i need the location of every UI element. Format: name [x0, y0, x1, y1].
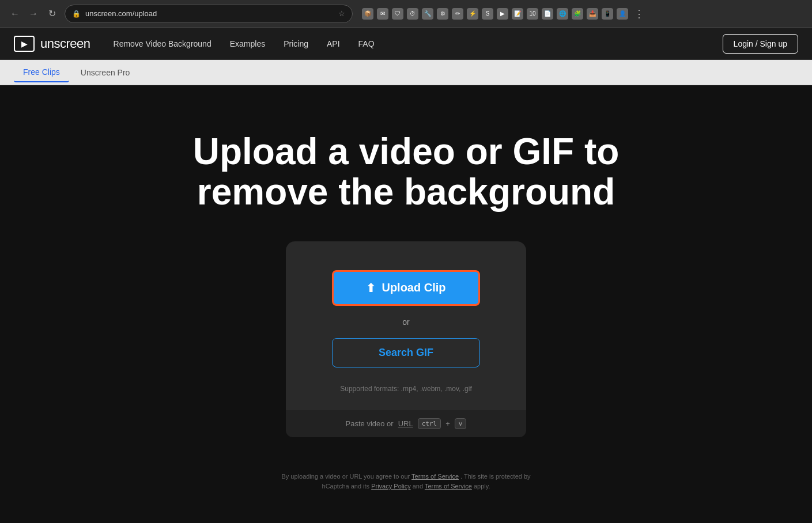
login-button[interactable]: Login / Sign up	[723, 34, 798, 54]
ext-11[interactable]: 📝	[512, 8, 523, 20]
supported-formats: Supported formats: .mp4, .webm, .mov, .g…	[340, 385, 472, 393]
ext-8[interactable]: ⚡	[467, 8, 478, 20]
terms-link-2[interactable]: Terms of Service	[425, 483, 472, 490]
footer-text: By uploading a video or URL you agree to…	[274, 472, 539, 492]
ctrl-key: ctrl	[418, 418, 441, 429]
extensions-bar: 📦 ✉ 🛡 ⏱ 🔧 ⚙ ✏ ⚡ S ▶ 📝 10 📄 🌐 🧩 📥 📱 👤 ⋮	[362, 7, 644, 20]
plus-sign: +	[445, 419, 450, 428]
bookmark-icon: ☆	[338, 9, 345, 18]
browser-menu[interactable]: ⋮	[634, 7, 644, 20]
upload-icon: ⬆	[366, 281, 376, 295]
ext-17[interactable]: 📱	[602, 8, 613, 20]
ext-9[interactable]: S	[482, 8, 493, 20]
url-text: unscreen.com/upload	[85, 9, 157, 18]
ext-6[interactable]: ⚙	[437, 8, 448, 20]
ext-2[interactable]: ✉	[377, 8, 388, 20]
privacy-link[interactable]: Privacy Policy	[371, 483, 410, 490]
nav-pricing[interactable]: Pricing	[284, 39, 308, 48]
paste-url-link[interactable]: URL	[398, 419, 413, 428]
terms-link-1[interactable]: Terms of Service	[411, 473, 459, 480]
hero-title: Upload a video or GIF to remove the back…	[187, 131, 625, 213]
play-icon: ▶	[21, 39, 28, 48]
browser-chrome: ← → ↻ 🔒 unscreen.com/upload ☆ 📦 ✉ 🛡 ⏱ 🔧 …	[0, 0, 812, 28]
ext-3[interactable]: 🛡	[392, 8, 403, 20]
ext-12[interactable]: 10	[527, 8, 538, 20]
logo-text: unscreen	[40, 36, 90, 51]
v-key: v	[455, 418, 467, 429]
upload-card: ⬆ Upload Clip or Search GIF Supported fo…	[286, 241, 527, 437]
user-avatar[interactable]: 👤	[617, 8, 628, 20]
footer-text-4: apply.	[474, 483, 490, 490]
footer-text-1: By uploading a video or URL you agree to…	[281, 473, 411, 480]
ext-13[interactable]: 📄	[542, 8, 553, 20]
ext-16[interactable]: 📥	[587, 8, 598, 20]
nav-api[interactable]: API	[327, 39, 340, 48]
site-nav: ▶ unscreen Remove Video Background Examp…	[0, 28, 812, 60]
forward-button[interactable]: →	[25, 6, 41, 22]
address-bar[interactable]: 🔒 unscreen.com/upload ☆	[65, 5, 353, 23]
ext-14[interactable]: 🌐	[557, 8, 568, 20]
upload-btn-label: Upload Clip	[382, 281, 445, 294]
tab-free-clips[interactable]: Free Clips	[14, 63, 69, 82]
lock-icon: 🔒	[72, 10, 81, 18]
reload-button[interactable]: ↻	[44, 6, 60, 22]
nav-faq[interactable]: FAQ	[358, 39, 375, 48]
back-button[interactable]: ←	[7, 6, 23, 22]
nav-links: Remove Video Background Examples Pricing…	[114, 39, 723, 48]
ext-10[interactable]: ▶	[497, 8, 508, 20]
nav-remove-bg[interactable]: Remove Video Background	[114, 39, 212, 48]
browser-nav: ← → ↻	[7, 6, 60, 22]
ext-5[interactable]: 🔧	[422, 8, 433, 20]
nav-examples[interactable]: Examples	[230, 39, 265, 48]
ext-1[interactable]: 📦	[362, 8, 373, 20]
paste-label: Paste video or	[346, 419, 394, 428]
ext-4[interactable]: ⏱	[407, 8, 418, 20]
search-gif-button[interactable]: Search GIF	[332, 338, 481, 367]
logo[interactable]: ▶ unscreen	[14, 36, 90, 52]
logo-icon: ▶	[14, 36, 35, 52]
main-content: Upload a video or GIF to remove the back…	[0, 85, 812, 523]
paste-section: Paste video or URL ctrl + v	[286, 410, 527, 437]
tab-unscreen-pro[interactable]: Unscreen Pro	[71, 63, 139, 82]
ext-7[interactable]: ✏	[452, 8, 463, 20]
ext-15[interactable]: 🧩	[572, 8, 583, 20]
or-separator: or	[402, 317, 409, 327]
sub-nav: Free Clips Unscreen Pro	[0, 60, 812, 85]
footer-text-3: and	[413, 483, 425, 490]
upload-clip-button[interactable]: ⬆ Upload Clip	[332, 270, 481, 306]
